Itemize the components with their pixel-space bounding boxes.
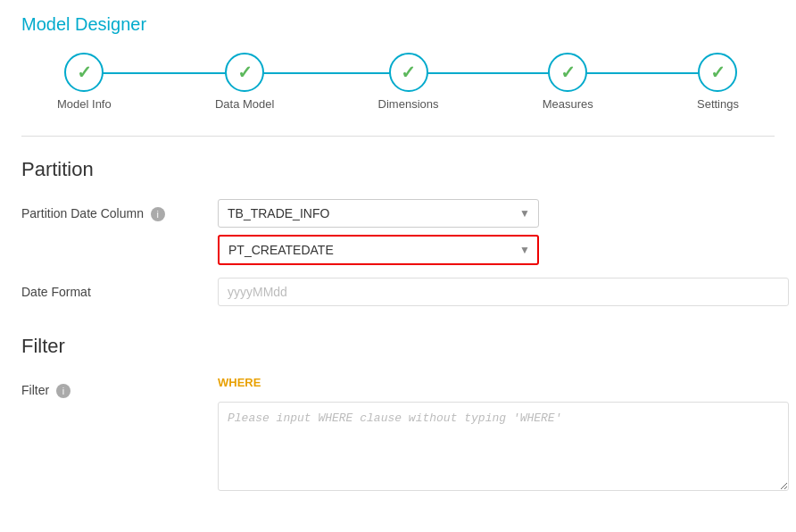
partition-controls: TB_TRADE_INFO ▼ PT_CREATEDATE ▼ (218, 199, 775, 265)
step-label-measures: Measures (543, 97, 593, 111)
step-circle-model-info: ✓ (64, 53, 104, 92)
step-label-dimensions: Dimensions (378, 97, 439, 111)
table-select-wrapper: TB_TRADE_INFO ▼ (218, 199, 539, 228)
check-icon-model-info: ✓ (77, 62, 92, 83)
filter-info-icon[interactable]: i (56, 384, 70, 398)
step-circle-settings: ✓ (698, 53, 737, 92)
date-format-input[interactable] (218, 278, 789, 306)
filter-controls: WHERE (218, 376, 789, 491)
table-select[interactable]: TB_TRADE_INFO (218, 199, 539, 228)
step-dimensions[interactable]: ✓ Dimensions (378, 53, 439, 111)
step-data-model[interactable]: ✓ Data Model (215, 53, 274, 111)
filter-section-title: Filter (21, 335, 775, 358)
partition-date-column-label: Partition Date Column i (21, 199, 218, 221)
step-circle-data-model: ✓ (225, 53, 264, 92)
step-label-data-model: Data Model (215, 97, 274, 111)
check-icon-dimensions: ✓ (401, 62, 416, 83)
filter-label: Filter i (21, 376, 218, 398)
check-icon-settings: ✓ (710, 62, 726, 83)
step-label-settings: Settings (697, 97, 739, 111)
partition-section-title: Partition (21, 158, 775, 181)
partition-info-icon[interactable]: i (151, 207, 165, 221)
step-measures[interactable]: ✓ Measures (543, 53, 593, 111)
column-select[interactable]: PT_CREATEDATE (218, 235, 539, 265)
date-format-label: Date Format (21, 278, 218, 299)
check-icon-data-model: ✓ (237, 62, 253, 83)
page-container: Model Designer ✓ Model Info ✓ Data Model… (0, 0, 796, 532)
date-format-row: Date Format (21, 278, 775, 306)
step-model-info[interactable]: ✓ Model Info (57, 53, 112, 111)
where-label: WHERE (218, 376, 789, 389)
date-format-controls (218, 278, 789, 306)
filter-textarea[interactable] (218, 402, 789, 491)
step-settings[interactable]: ✓ Settings (697, 53, 739, 111)
partition-date-column-row: Partition Date Column i TB_TRADE_INFO ▼ … (21, 199, 775, 265)
stepper: ✓ Model Info ✓ Data Model ✓ Dimensions ✓… (21, 53, 775, 111)
step-label-model-info: Model Info (57, 97, 112, 111)
column-select-wrapper: PT_CREATEDATE ▼ (218, 235, 539, 265)
page-title: Model Designer (21, 14, 775, 35)
check-icon-measures: ✓ (560, 62, 576, 83)
filter-section: Filter Filter i WHERE (21, 335, 775, 491)
section-divider (21, 136, 775, 137)
step-circle-dimensions: ✓ (389, 53, 428, 92)
step-circle-measures: ✓ (548, 53, 587, 92)
filter-row: Filter i WHERE (21, 376, 775, 491)
partition-section: Partition Partition Date Column i TB_TRA… (21, 158, 775, 306)
